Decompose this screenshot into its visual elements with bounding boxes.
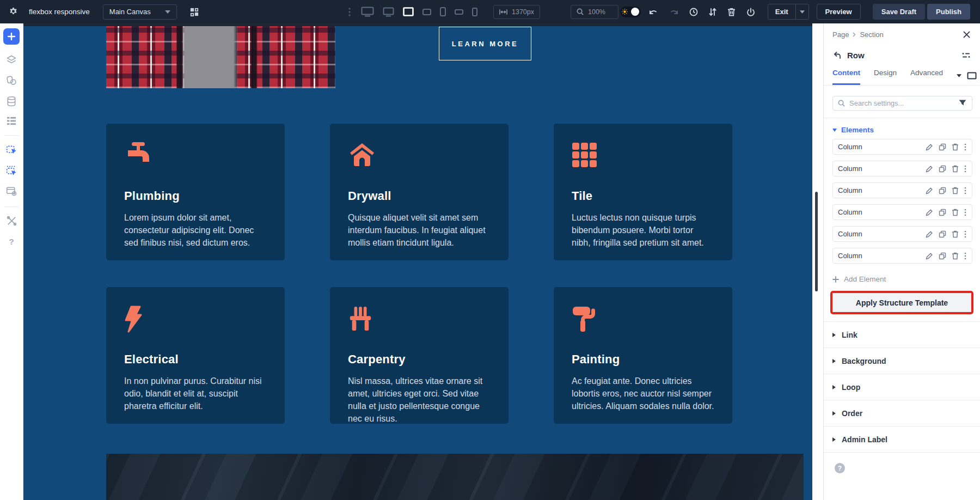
section-loop[interactable]: Loop [824,374,980,400]
exit-dropdown-button[interactable] [795,4,808,19]
bottom-section-image[interactable] [106,454,804,500]
preview-button[interactable]: Preview [817,4,861,20]
delete-icon[interactable] [951,143,959,151]
column-row-5[interactable]: Column [832,226,972,242]
sort-layers-button[interactable] [706,5,719,19]
zoom-input[interactable]: 100% [571,5,618,19]
delete-icon[interactable] [951,230,959,239]
service-card-carpentry[interactable]: Carpentry Nisl massa, ultrices vitae orn… [330,287,509,424]
add-module-button[interactable] [3,28,20,45]
canvas-selector[interactable]: Main Canvas [103,4,177,20]
drag-handle-icon[interactable] [348,8,351,16]
tab-content[interactable]: Content [832,69,860,85]
duplicate-icon[interactable] [938,164,947,173]
phone-landscape-icon[interactable] [453,8,465,16]
more-options-icon[interactable] [964,230,967,239]
layers-button[interactable] [4,52,19,68]
edit-icon[interactable] [925,143,934,151]
column-row-3[interactable]: Column [832,182,972,198]
search-settings-input[interactable] [849,99,954,107]
width-arrows-icon [499,9,507,15]
duplicate-icon[interactable] [938,208,947,217]
publish-button[interactable]: Publish [927,4,970,20]
tools-button[interactable] [4,214,19,228]
desktop-large-icon[interactable] [359,5,376,19]
section-order[interactable]: Order [824,400,980,426]
tabs-dropdown-button[interactable] [957,74,961,77]
tablet-landscape-icon[interactable] [401,5,415,18]
theme-toggle[interactable] [620,7,641,17]
tablet-mini-icon[interactable] [421,7,433,17]
section-background[interactable]: Background [824,348,980,374]
undo-button[interactable] [646,5,661,18]
phone-small-icon[interactable] [470,6,479,18]
column-row-6[interactable]: Column [832,248,972,264]
canvas-scrollbar[interactable] [815,192,818,291]
back-button[interactable] [832,51,842,60]
elements-section-header[interactable]: Elements [824,118,980,139]
duplicate-icon[interactable] [938,252,947,260]
edit-icon[interactable] [925,208,934,217]
multiselect-tool-button[interactable] [4,163,19,178]
add-element-button[interactable]: Add Element [824,270,895,286]
exit-button[interactable]: Exit [768,4,795,19]
page-canvas[interactable]: LEARN MORE Plumbing Lorem ipsum dolor si… [23,23,812,500]
select-tool-button[interactable] [4,142,19,157]
duplicate-icon[interactable] [938,186,947,195]
phone-portrait-icon[interactable] [438,5,448,18]
more-options-icon[interactable] [964,252,967,260]
column-row-2[interactable]: Column [832,161,972,176]
canvas-width-input[interactable]: 1370px [493,5,540,19]
window-settings-button[interactable] [4,184,19,199]
more-options-icon[interactable] [964,208,967,217]
tabs-extra-controls [957,72,977,85]
tab-design[interactable]: Design [874,69,897,85]
column-row-1[interactable]: Column [832,139,972,155]
grid-view-button[interactable] [188,5,201,19]
quick-actions-button[interactable] [961,51,971,59]
database-button[interactable] [4,94,19,109]
desktop-icon[interactable] [381,5,396,19]
power-button[interactable] [744,5,758,19]
duplicate-icon[interactable] [938,143,947,151]
edit-icon[interactable] [925,252,934,260]
delete-icon[interactable] [951,164,959,173]
service-card-plumbing[interactable]: Plumbing Lorem ipsum dolor sit amet, con… [106,124,285,260]
tab-advanced[interactable]: Advanced [910,69,943,85]
sidebar-help-button[interactable]: ? [7,235,16,248]
save-draft-button[interactable]: Save Draft [873,4,925,20]
section-admin-label[interactable]: Admin Label [824,426,980,453]
preview-frame-button[interactable] [967,72,977,80]
column-row-4[interactable]: Column [832,204,972,220]
breadcrumb-section[interactable]: Section [860,31,883,39]
close-panel-button[interactable] [962,30,971,39]
more-options-icon[interactable] [964,164,967,173]
more-options-icon[interactable] [964,186,967,195]
section-link[interactable]: Link [824,322,980,348]
service-card-painting[interactable]: Painting Ac feugiat ante. Donec ultricie… [554,287,732,424]
duplicate-icon[interactable] [938,230,947,239]
service-card-electrical[interactable]: Electrical In non pulvinar purus. Curabi… [106,287,285,424]
redo-button[interactable] [666,5,681,18]
delete-icon[interactable] [951,186,959,195]
edit-icon[interactable] [925,186,934,195]
edit-icon[interactable] [925,164,934,173]
apply-structure-template-button[interactable]: Apply Structure Template [832,293,971,312]
hero-plaid-shirt-image[interactable] [106,26,335,88]
trash-button[interactable] [725,5,738,19]
history-button[interactable] [687,5,701,19]
delete-icon[interactable] [951,252,959,260]
learn-more-button[interactable]: LEARN MORE [439,27,531,60]
service-card-tile[interactable]: Tile Luctus lectus non quisque turpis bi… [554,124,732,260]
panel-help-button[interactable]: ? [835,463,845,473]
add-element-label: Add Element [844,275,886,283]
design-assets-button[interactable] [4,73,19,88]
more-options-icon[interactable] [964,143,967,151]
filter-button[interactable] [958,99,967,107]
wireframe-list-button[interactable] [4,114,19,127]
edit-icon[interactable] [925,230,934,239]
delete-icon[interactable] [951,208,959,217]
breadcrumb-page[interactable]: Page [832,31,849,39]
service-card-drywall[interactable]: Drywall Quisque aliquet velit sit amet s… [330,124,509,260]
settings-gear-button[interactable] [7,5,20,19]
